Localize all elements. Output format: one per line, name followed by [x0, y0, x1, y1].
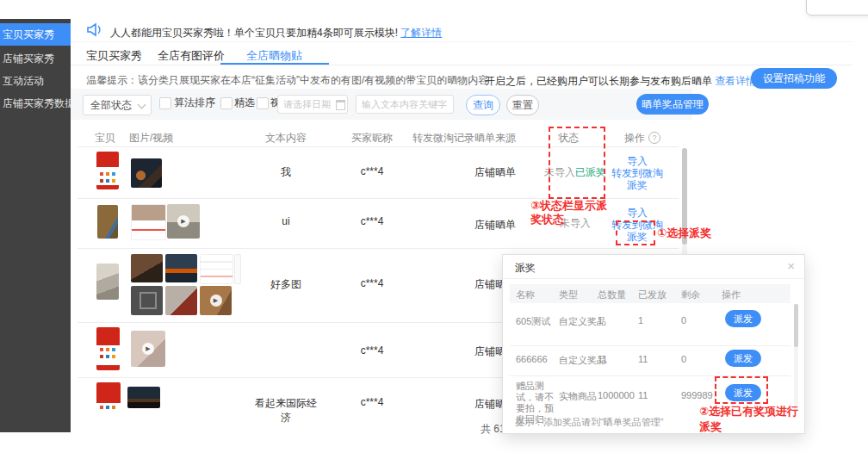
play-icon	[142, 343, 154, 355]
featured-label[interactable]: 精选	[234, 96, 255, 110]
product-thumbnail[interactable]	[97, 205, 118, 239]
annotation-step3-line2: 奖状态	[530, 212, 564, 227]
media-thumbnail[interactable]	[131, 158, 162, 188]
tab-item-buyer-show[interactable]: 宝贝买家秀	[86, 48, 142, 64]
tab-shop-picture-reviews[interactable]: 全店有图评价	[158, 48, 225, 64]
buyer-nickname: c***4	[353, 396, 391, 408]
notice-right-text: 开启之后，已经购用户可以长期参与发布购后晒单	[485, 75, 712, 87]
divider	[71, 41, 852, 42]
award-link-highlight-box	[616, 220, 655, 245]
dispatch-button[interactable]: 派发	[725, 310, 761, 327]
sidebar-item-interactive-activity[interactable]: 互动活动	[0, 70, 71, 92]
dialog-title: 派奖	[515, 261, 536, 276]
play-icon	[210, 295, 222, 307]
dialog-row-divider	[510, 345, 790, 346]
media-thumbnail[interactable]	[131, 204, 166, 240]
media-thumbnail[interactable]	[200, 254, 233, 284]
row-text: 看起来国际经济	[251, 396, 320, 425]
media-thumbnail[interactable]	[234, 254, 241, 284]
product-thumbnail[interactable]	[96, 382, 121, 412]
featured-checkbox[interactable]	[220, 97, 232, 109]
product-thumbnail[interactable]	[96, 327, 120, 370]
col-header-forward-record: 转发微淘记录	[412, 131, 474, 146]
prize-issued: 11	[638, 390, 648, 400]
product-thumbnail[interactable]	[96, 152, 119, 189]
algorithm-sort-checkbox[interactable]	[159, 97, 171, 109]
annotation-step2-line1: ②选择已有奖项进行	[699, 404, 798, 419]
media-thumbnail[interactable]	[165, 286, 197, 315]
prize-remaining: 0	[681, 354, 686, 364]
play-icon	[177, 215, 189, 227]
prize-name: 666666	[516, 354, 548, 364]
award-link[interactable]: 派奖	[617, 178, 658, 193]
sidebar-item-shop-buyer-show[interactable]: 店铺买家秀	[0, 47, 71, 70]
show-source: 店铺晒单	[474, 218, 516, 233]
col-header-type: 类型	[559, 288, 578, 301]
prize-total: 1	[598, 315, 603, 326]
search-button[interactable]: 查询	[466, 95, 500, 115]
product-thumbnail[interactable]	[96, 264, 119, 300]
media-thumbnail[interactable]	[131, 286, 163, 315]
media-thumbnail[interactable]	[167, 204, 200, 239]
media-thumbnail[interactable]	[131, 331, 165, 367]
sidebar-item-buyer-show-data[interactable]: 店铺买家秀数据	[0, 92, 71, 115]
browser-popup-fragment	[806, 0, 868, 16]
col-header-buyer: 买家昵称	[351, 131, 393, 146]
setup-solicit-button[interactable]: 设置招稿功能	[751, 68, 837, 89]
announcement-bar: 人人都能用宝贝买家秀啦！单个宝贝只要加精4条即可展示模块! 了解详情	[110, 26, 442, 40]
media-thumbnail[interactable]	[127, 387, 160, 408]
media-thumbnail[interactable]	[131, 254, 163, 282]
prize-name: 605测试	[516, 315, 550, 328]
help-icon[interactable]: ?	[648, 132, 660, 144]
prize-management-button[interactable]: 晒单奖品管理	[636, 94, 709, 115]
algorithm-sort-label[interactable]: 算法排序	[174, 96, 215, 110]
close-icon[interactable]: ×	[787, 258, 795, 273]
col-header-total: 总数量	[598, 288, 626, 301]
status-column-highlight-box	[549, 127, 605, 199]
prize-remaining: 0	[681, 315, 686, 326]
tab-shop-show-posts[interactable]: 全店晒物贴	[246, 48, 302, 64]
col-header-source: 晒单来源	[474, 131, 516, 146]
notice-tip: 温馨提示：该分类只展现买家在本店“征集活动”中发布的有图/有视频的带宝贝的晒物内…	[86, 73, 488, 88]
announcement-text: 人人都能用宝贝买家秀啦！单个宝贝只要加精4条即可展示模块!	[110, 27, 398, 39]
show-source: 店铺晒单	[474, 165, 516, 180]
col-header-remaining: 剩余	[681, 288, 700, 301]
app-window: 宝贝买家秀 店铺买家秀 互动活动 店铺买家秀数据 人人都能用宝贝买家秀啦！单个宝…	[0, 0, 868, 459]
prize-issued: 11	[638, 354, 648, 364]
calendar-icon	[336, 100, 345, 110]
col-header-action: 操作	[624, 131, 645, 146]
dispatch-button[interactable]: 派发	[725, 350, 761, 367]
row-text: 好多图	[258, 277, 313, 292]
buyer-nickname: c***4	[353, 215, 391, 227]
prize-total: 1000000	[598, 390, 635, 400]
chevron-down-icon	[138, 101, 146, 109]
prize-issued: 1	[638, 315, 643, 326]
annotation-step1: ①选择派奖	[657, 226, 711, 241]
dispatch-button-highlight-box	[715, 376, 768, 404]
tabs-divider	[71, 65, 852, 65]
status-select-value: 全部状态	[90, 99, 132, 111]
col-header-text: 文本内容	[265, 131, 307, 146]
row-text: 我	[258, 165, 313, 180]
status-select[interactable]: 全部状态	[83, 95, 152, 115]
megaphone-icon	[87, 22, 104, 40]
col-header-media: 图片/视频	[129, 131, 173, 146]
dialog-scrollbar-thumb[interactable]	[794, 304, 798, 347]
col-header-issued: 已发放	[638, 288, 666, 301]
buyer-nickname: c***4	[353, 344, 391, 357]
prize-type: 实物商品	[559, 390, 597, 403]
col-header-name: 名称	[516, 288, 535, 301]
row-divider	[78, 248, 679, 249]
buyer-nickname: c***4	[353, 165, 391, 177]
row-text: ui	[258, 215, 313, 227]
prize-total: 11	[598, 354, 607, 364]
col-header-product: 宝贝	[95, 131, 115, 146]
reset-button[interactable]: 重置	[506, 95, 539, 115]
video-checkbox[interactable]	[257, 97, 269, 109]
media-thumbnail[interactable]	[200, 286, 232, 315]
media-thumbnail[interactable]	[165, 254, 197, 282]
keyword-input[interactable]	[356, 95, 454, 114]
announcement-detail-link[interactable]: 了解详情	[400, 27, 442, 39]
notice-right: 开启之后，已经购用户可以长期参与发布购后晒单 查看详情>>	[485, 74, 768, 89]
sidebar-item-item-buyer-show[interactable]: 宝贝买家秀	[0, 23, 71, 46]
